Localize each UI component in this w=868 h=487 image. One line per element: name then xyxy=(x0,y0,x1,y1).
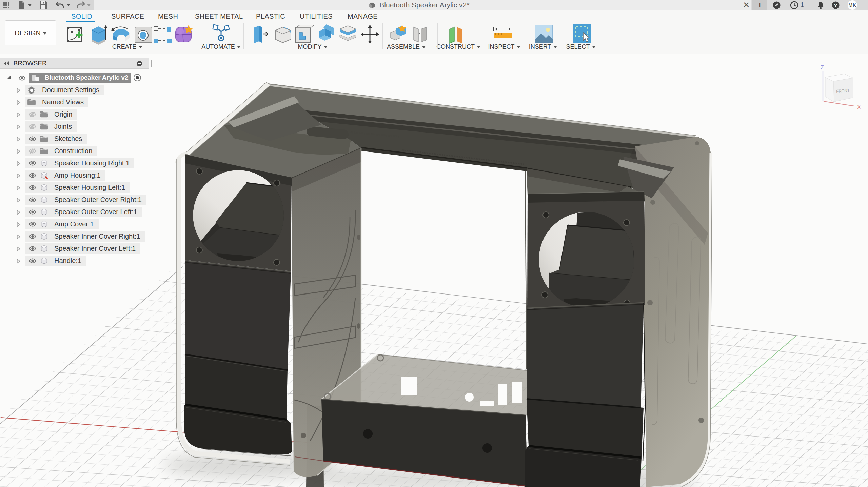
svg-text:FRONT: FRONT xyxy=(836,88,850,93)
svg-text:?: ? xyxy=(834,2,837,8)
svg-text:Z: Z xyxy=(821,65,824,70)
svg-text:X: X xyxy=(857,104,861,110)
